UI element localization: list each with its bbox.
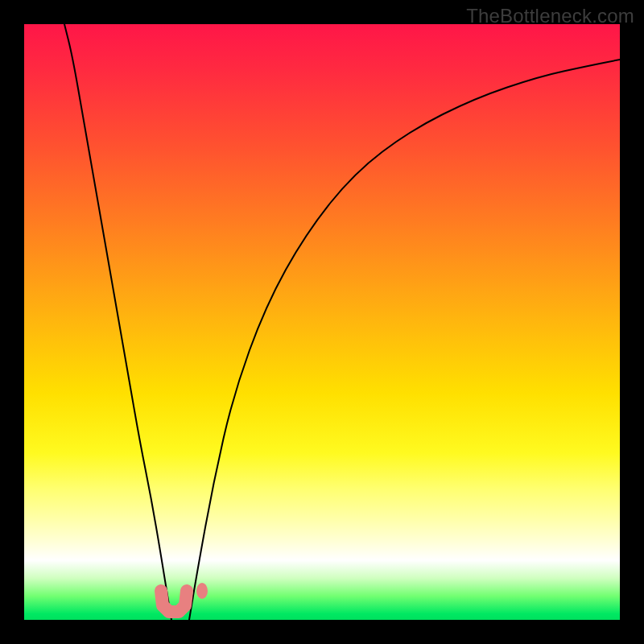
left-curve-line [64,24,171,620]
chart-svg [24,24,620,620]
dot-marker-shape [196,583,208,599]
u-marker-shape [161,591,187,612]
chart-plot-area [24,24,620,620]
right-curve-line [189,60,620,620]
